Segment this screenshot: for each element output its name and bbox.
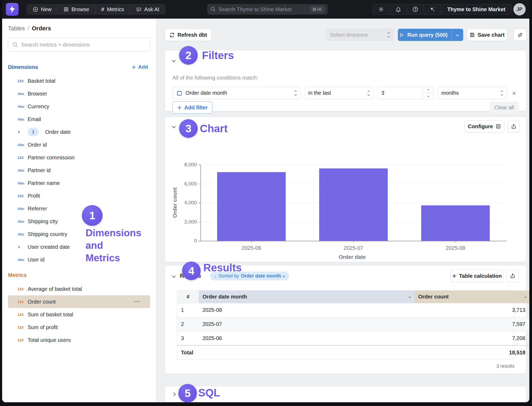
column-header-metric[interactable]: Order count [415,291,529,303]
ai-sparkles-button[interactable] [424,4,441,14]
bar-2025-06[interactable] [217,172,286,241]
save-chart-button[interactable]: Save chart [467,29,507,41]
collapse-results-chevron[interactable] [172,274,176,278]
dimension-item-referrer[interactable]: AbcReferrer [8,202,150,215]
column-header-index[interactable]: # [177,291,199,303]
breadcrumb-tables-link[interactable]: Tables [8,25,25,32]
global-search-input[interactable]: Search Thyme to Shine Market ⌘+K [207,4,328,15]
question-icon [412,6,418,12]
nav-item-ask-ai[interactable]: Ask AI [130,4,165,14]
more-options-icon[interactable]: ••• [134,299,141,305]
table-calculation-button[interactable]: Table calculation [450,270,503,282]
table-total-row: Total18,518 [177,345,529,359]
stepper-down-icon[interactable] [423,93,433,99]
nav-item-browse[interactable]: Browse [57,4,95,14]
dimension-item-currency[interactable]: AbcCurrency [8,100,150,113]
breadcrumb-current: Orders [32,25,51,32]
filter-value-input[interactable]: 3 [377,87,434,99]
dimension-item-profit[interactable]: 123Profit [8,189,150,202]
dimension-item-email[interactable]: AbcEmail [8,113,150,126]
run-query-dropdown[interactable] [451,29,463,41]
string-type-icon: Abc [18,117,28,121]
metric-value-cell[interactable]: 7,597 [415,317,529,331]
metric-item-average-of-basket-total[interactable]: 123Average of basket total [8,283,150,295]
dimension-item-partner-commission[interactable]: 123Partner commission [8,151,150,164]
metric-item-order-count[interactable]: 123Order count••• [8,295,150,308]
string-type-icon: Abc [18,219,28,223]
y-axis-tick [199,165,200,165]
navbar-right-group: Thyme to Shine Market [372,4,512,15]
dimension-item-browser[interactable]: AbcBrowser [8,87,150,100]
app-logo[interactable] [6,3,19,16]
metric-item-sum-of-basket-total[interactable]: 123Sum of basket total [8,308,150,321]
nav-item-label: New [41,6,52,13]
column-header-inner: Order count [418,294,526,300]
bar-2025-08[interactable] [421,205,490,241]
dimension-item-partner-id[interactable]: AbcPartner id [8,164,150,177]
row-index-cell: 2 [177,317,199,331]
x-axis-title: Order date [339,254,366,260]
bar-2025-07[interactable] [319,168,388,241]
run-query-button[interactable]: Run query (500) [398,29,463,41]
annotation-label-5: SQL [198,387,220,399]
dimension-item-order-date[interactable]: 1Order date [8,126,150,138]
grid-icon [64,7,69,12]
filter-field-select[interactable]: Order date month [172,87,301,99]
dimension-item-order-id[interactable]: AbcOrder id [8,138,150,151]
chart-gridline [200,165,506,165]
dimension-item-shipping-city[interactable]: AbcShipping city [8,215,150,228]
org-name[interactable]: Thyme to Shine Market [441,4,512,14]
fields-search-input[interactable]: Search metrics + dimensions [8,38,150,52]
clear-all-filters-button[interactable]: Clear all [489,102,519,113]
dimension-value-cell[interactable]: 2025-06 [199,331,415,345]
notifications-button[interactable] [390,4,407,14]
dimension-item-basket-total[interactable]: 123Basket total [8,74,150,87]
settings-button[interactable] [373,4,390,14]
metrics-list: 123Average of basket total123Order count… [8,283,150,346]
field-label: Shipping country [28,231,67,237]
column-header-dimension[interactable]: Order date month [199,291,415,303]
metric-value-cell[interactable]: 7,208 [415,331,529,345]
chevron-down-icon[interactable] [524,295,527,298]
number-stepper[interactable] [423,87,433,99]
field-label: Average of basket total [28,286,82,292]
chart-gridline [200,222,506,222]
add-filter-button[interactable]: Add filter [172,101,212,114]
nav-item-label: Metrics [107,6,124,13]
y-axis-tick [199,241,200,241]
help-button[interactable] [407,4,424,14]
export-chart-button[interactable] [508,120,520,132]
remove-filter-button[interactable]: × [510,90,518,97]
hash-icon: # [101,6,104,13]
refresh-dbt-button[interactable]: Refresh dbt [165,29,212,41]
nav-item-metrics[interactable]: #Metrics [95,4,130,14]
filter-unit-select[interactable]: months [437,87,507,99]
copy-link-button[interactable] [514,29,526,41]
export-results-button[interactable] [506,270,519,282]
chevron-right-icon[interactable] [18,246,28,248]
dimension-value-cell[interactable]: 2025-07 [199,317,415,331]
field-label: Sum of basket total [28,312,73,318]
metric-value-cell[interactable]: 3,713 [415,303,529,317]
y-axis-title: Order count [172,185,178,220]
field-label: Order id [28,142,47,148]
chevron-down-icon [282,275,285,277]
filter-operator-select[interactable]: in the last [304,87,374,99]
breadcrumb-separator: / [28,25,29,32]
configure-chart-button[interactable]: Configure [465,120,504,132]
timezone-select[interactable]: Select timezone [326,29,394,41]
chevron-right-icon[interactable] [18,131,28,133]
chevron-down-icon[interactable] [409,295,411,298]
collapse-chart-chevron[interactable] [172,125,176,128]
y-axis-tick-label: 6,000 [168,181,197,187]
collapse-filters-chevron[interactable] [172,59,176,62]
expand-sql-chevron[interactable] [172,392,176,396]
metric-item-total-unique-users[interactable]: 123Total unique users [8,334,150,346]
user-avatar[interactable]: JP [513,3,526,15]
nav-item-new[interactable]: New [27,4,57,14]
stepper-up-icon[interactable] [423,87,433,93]
dimension-item-partner-name[interactable]: AbcPartner name [8,177,150,189]
add-dimension-button[interactable]: Add [132,64,150,70]
metric-item-sum-of-profit[interactable]: 123Sum of profit [8,321,150,334]
dimension-value-cell[interactable]: 2025-08 [199,303,415,317]
